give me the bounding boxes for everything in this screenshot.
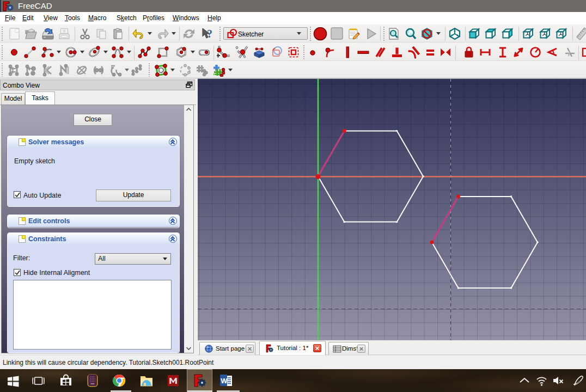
svg-text:W: W bbox=[221, 377, 228, 385]
svg-text:?: ? bbox=[207, 28, 212, 40]
